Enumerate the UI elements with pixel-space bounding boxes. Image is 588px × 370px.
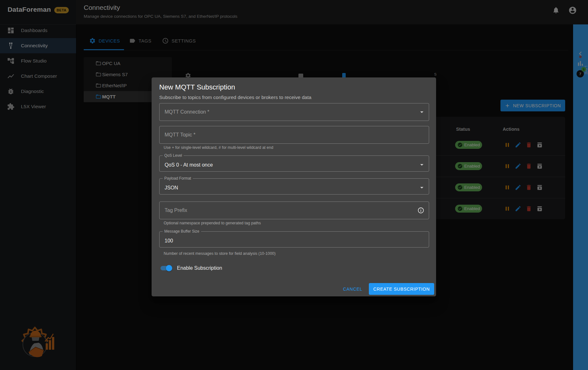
qos-level-value: QoS 0 - At most once — [165, 162, 213, 168]
enable-subscription-toggle[interactable] — [159, 263, 173, 274]
dropdown-arrow-icon — [418, 161, 426, 168]
tag-prefix-helper: Optional namespace prepended to generate… — [164, 221, 261, 225]
mqtt-connection-label: MQTT Connection * — [165, 109, 209, 115]
tag-prefix-input[interactable] — [160, 202, 429, 219]
dropdown-arrow-icon — [418, 184, 426, 191]
enable-subscription-row: Enable Subscription — [159, 263, 222, 274]
mqtt-topic-helper: Use + for single-level wildcard, # for m… — [164, 145, 273, 150]
buffer-size-field: Message Buffer Size 100 — [159, 229, 429, 248]
payload-format-select[interactable]: Payload Format JSON — [159, 176, 429, 195]
toggle-thumb — [166, 265, 172, 271]
qos-level-label: QoS Level — [163, 153, 184, 158]
dropdown-arrow-icon — [418, 108, 426, 116]
app-screen: DataForeman BETA Dashboards Connectivity… — [0, 0, 588, 370]
payload-format-label: Payload Format — [163, 176, 193, 181]
mqtt-connection-select[interactable]: MQTT Connection * — [159, 103, 429, 121]
dialog-title: New MQTT Subscription — [159, 83, 235, 91]
info-icon[interactable] — [417, 207, 424, 214]
mqtt-topic-field — [159, 126, 429, 144]
buffer-size-helper: Number of recent messages to store for f… — [164, 251, 276, 256]
payload-format-value: JSON — [165, 185, 178, 191]
buffer-size-label: Message Buffer Size — [163, 229, 201, 234]
enable-subscription-label: Enable Subscription — [177, 265, 222, 271]
cancel-button[interactable]: CANCEL — [339, 283, 366, 295]
buffer-size-value[interactable]: 100 — [165, 238, 173, 244]
new-mqtt-subscription-dialog: New MQTT Subscription Subscribe to topic… — [152, 77, 436, 296]
mqtt-topic-input[interactable] — [160, 126, 429, 143]
create-subscription-button[interactable]: CREATE SUBSCRIPTION — [369, 283, 434, 295]
qos-level-select[interactable]: QoS Level QoS 0 - At most once — [159, 153, 429, 172]
tag-prefix-field — [159, 202, 429, 219]
dialog-subtitle: Subscribe to topics from configured devi… — [159, 95, 311, 100]
